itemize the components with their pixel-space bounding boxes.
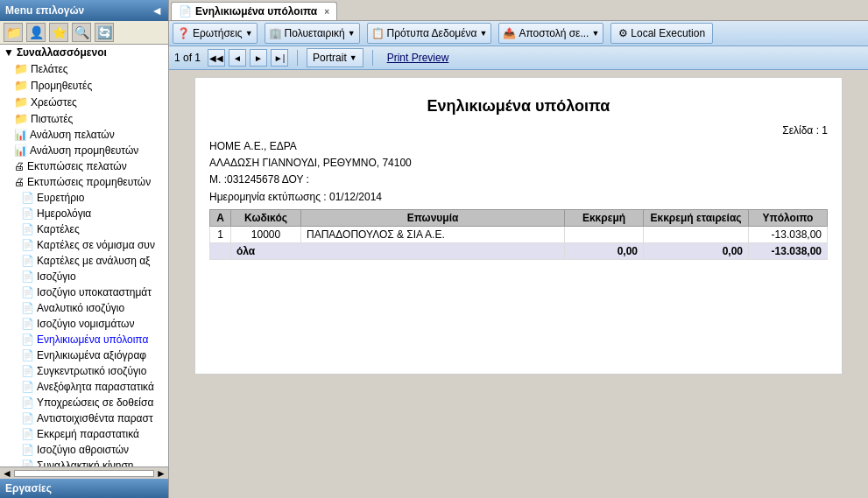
sidebar-item-promitheftes[interactable]: 📁 Προμηθευτές (0, 77, 168, 94)
doc-icon: 📄 (21, 270, 34, 283)
dropdown-arrow-icon2: ▼ (348, 29, 356, 38)
sidebar-item-analytiko-isozygion[interactable]: 📄 Αναλυτικό ισοζύγιο (0, 300, 168, 316)
erotiseis-button[interactable]: ❓ Ερωτήσεις ▼ (173, 23, 258, 44)
protypa-label: Πρότυπα Δεδομένα (387, 27, 477, 39)
protypa-button[interactable]: 📋 Πρότυπα Δεδομένα ▼ (367, 23, 492, 44)
sidebar-item-antistoisthenta[interactable]: 📄 Αντιστοιχισθέντα παραστ (0, 410, 168, 426)
sidebar-item-hreostes[interactable]: 📁 Χρεώστες (0, 94, 168, 110)
sidebar-item-isozygion-ypokat[interactable]: 📄 Ισοζύγιο υποκαταστημάτ (0, 284, 168, 300)
sidebar-scrollbar-h[interactable]: ◄ ► (0, 466, 168, 479)
nav-next-button[interactable]: ► (250, 49, 267, 67)
scroll-left-icon[interactable]: ◄ (2, 467, 12, 480)
doc-icon: 📄 (21, 302, 34, 314)
sidebar-item-analysi-pelaton[interactable]: 📊 Ανάλυση πελατών (0, 127, 168, 143)
sidebar-item-hmerologio[interactable]: 📄 Ημερολόγια (0, 206, 168, 221)
sidebar-item-label: Συναλλασσόμενοι (17, 46, 107, 59)
sidebar-section-synalassomenoi[interactable]: ▼ Συναλλασσόμενοι (0, 45, 168, 60)
sidebar-item-karteles[interactable]: 📄 Καρτέλες (0, 221, 168, 237)
sidebar-tree: ▼ Συναλλασσόμενοι 📁 Πελάτες 📁 Προμηθευτέ… (0, 45, 168, 466)
sidebar-item-label: Εκτυπώσεις πελατών (27, 160, 127, 172)
sidebar-item-ypohrewseis[interactable]: 📄 Υποχρεώσεις σε δοθείσα (0, 395, 168, 410)
doc-icon: 📄 (21, 318, 34, 330)
sidebar-item-ekkremh-parastatiká[interactable]: 📄 Εκκρεμή παραστατικά (0, 426, 168, 442)
polyetairiki-button[interactable]: 🏢 Πολυεταιρική ▼ (265, 23, 360, 44)
sidebar-toolbar-user[interactable]: 👤 (26, 23, 46, 42)
sidebar-toolbar-search[interactable]: 🔍 (72, 23, 91, 42)
apostoli-label: Αποστολή σε... (519, 27, 589, 39)
sidebar-close-icon[interactable]: ◄ (151, 4, 163, 18)
dropdown-arrow-icon3: ▼ (480, 29, 488, 38)
tab-label: Ενηλικιωμένα υπόλοιπα (195, 5, 317, 18)
orientation-label: Portrait (313, 52, 347, 64)
sidebar-item-label: Χρεώστες (31, 96, 77, 109)
tax-id: Μ. :031245678 ΔΟΥ : (209, 172, 828, 188)
local-execution-button[interactable]: ⚙ Local Execution (610, 23, 713, 44)
sidebar-item-karteles-analysi[interactable]: 📄 Καρτέλες με ανάλυση αξ (0, 253, 168, 269)
sidebar-item-isozygion[interactable]: 📄 Ισοζύγιο (0, 269, 168, 284)
total-ypoloipo: -13.038,00 (749, 242, 828, 259)
doc-icon: 📄 (21, 459, 34, 466)
nav-last-button[interactable]: ►| (271, 49, 288, 67)
col-a: Α (210, 209, 231, 226)
sidebar-item-label: Ημερολόγια (37, 207, 91, 220)
sidebar-item-anexoflita[interactable]: 📄 Ανεξόφλητα παραστατικά (0, 379, 168, 395)
sidebar-bottom-section: Εργασίες (0, 479, 168, 498)
sidebar-item-label: Καρτέλες με ανάλυση αξ (37, 255, 150, 267)
sidebar-item-synallaktiki-kinisi[interactable]: 📄 Συναλλακτική κίνηση (0, 458, 168, 466)
sidebar-item-evretirio[interactable]: 📄 Ευρετήριο (0, 190, 168, 206)
nav-first-button[interactable]: ◀◀ (208, 49, 225, 67)
col-ekkremi-etaireias: Εκκρεμή εταιρείας (644, 209, 749, 226)
sidebar-toolbar-folder[interactable]: 📁 (4, 23, 23, 42)
chart-icon: 📊 (14, 129, 27, 141)
page-info: 1 of 1 (174, 52, 201, 64)
toolbar: ❓ Ερωτήσεις ▼ 🏢 Πολυεταιρική ▼ 📋 Πρότυπα… (169, 21, 868, 46)
sidebar-item-karteles-nomisma[interactable]: 📄 Καρτέλες σε νόμισμα συν (0, 237, 168, 253)
page-label: Σελίδα : 1 (782, 124, 828, 137)
sidebar-item-isozygion-athroistwn[interactable]: 📄 Ισοζύγιο αθροιστών (0, 442, 168, 458)
col-name: Επωνυμία (301, 209, 565, 226)
sidebar-item-pelates[interactable]: 📁 Πελάτες (0, 60, 168, 77)
nav-prev-button[interactable]: ◄ (229, 49, 246, 67)
apostoli-button[interactable]: 📤 Αποστολή σε... ▼ (498, 23, 603, 44)
sidebar-item-label: Ισοζύγιο (37, 270, 76, 283)
sidebar-toolbar-star[interactable]: ⭐ (49, 23, 68, 42)
sidebar-item-enilikiomena-axiografa[interactable]: 📄 Ενηλικιωμένα αξιόγραφ (0, 347, 168, 363)
expand-icon: ▼ (4, 46, 14, 59)
sidebar-header: Menu επιλογών ◄ (0, 0, 168, 21)
sidebar-item-label: Ισοζύγιο νομισμάτων (37, 318, 134, 330)
sidebar-item-label: Ισοζύγιο υποκαταστημάτ (37, 286, 152, 298)
sidebar-item-label: Προμηθευτές (31, 80, 92, 92)
doc-icon: 📄 (21, 444, 34, 456)
dropdown-arrow-icon4: ▼ (591, 29, 599, 38)
folder-icon: 📁 (14, 95, 28, 109)
orientation-arrow-icon: ▼ (349, 53, 357, 62)
table-total-row: όλα 0,00 0,00 -13.038,00 (210, 242, 828, 259)
sidebar-toolbar-refresh[interactable]: 🔄 (95, 23, 114, 42)
orientation-dropdown[interactable]: Portrait ▼ (307, 48, 363, 67)
sidebar-item-label: Καρτέλες (37, 223, 80, 235)
sidebar-item-label: Ενηλικιωμένα υπόλοιπα (37, 333, 148, 346)
print-preview-link[interactable]: Print Preview (382, 52, 455, 64)
sidebar-item-enilikiomena[interactable]: 📄 Ενηλικιωμένα υπόλοιπα (0, 332, 168, 347)
sidebar-item-label: Καρτέλες σε νόμισμα συν (37, 239, 155, 251)
chart-icon: 📊 (14, 144, 27, 157)
folder-icon: 📁 (14, 112, 28, 125)
doc-icon: 📄 (21, 223, 34, 235)
sidebar-item-label: Πιστωτές (31, 113, 73, 125)
sidebar-item-analysi-promithefton[interactable]: 📊 Ανάλυση προμηθευτών (0, 143, 168, 158)
erotiseis-label: Ερωτήσεις (193, 27, 243, 39)
doc-icon: 📄 (21, 192, 34, 204)
sidebar-item-isozygion-nomismaton[interactable]: 📄 Ισοζύγιο νομισμάτων (0, 316, 168, 332)
tab-close-button[interactable]: × (324, 7, 329, 17)
polyetairiki-label: Πολυεταιρική (285, 27, 345, 39)
tab-enilikiomena[interactable]: 📄 Ενηλικιωμένα υπόλοιπα × (171, 2, 337, 20)
local-execution-icon: ⚙ (618, 27, 628, 39)
sidebar-item-ektyposes-pelaton[interactable]: 🖨 Εκτυπώσεις πελατών (0, 158, 168, 174)
sidebar-item-label: Συγκεντρωτικό ισοζύγιο (37, 365, 146, 377)
sidebar-item-pistotes[interactable]: 📁 Πιστωτές (0, 110, 168, 127)
sidebar-item-ektyposes-promithefton[interactable]: 🖨 Εκτυπώσεις προμηθευτών (0, 174, 168, 190)
total-ekkremi-etaireias: 0,00 (644, 242, 749, 259)
scroll-right-icon[interactable]: ► (156, 467, 166, 480)
sidebar-item-synkentrotiko[interactable]: 📄 Συγκεντρωτικό ισοζύγιο (0, 363, 168, 379)
sidebar-item-label: Συναλλακτική κίνηση (37, 459, 134, 466)
